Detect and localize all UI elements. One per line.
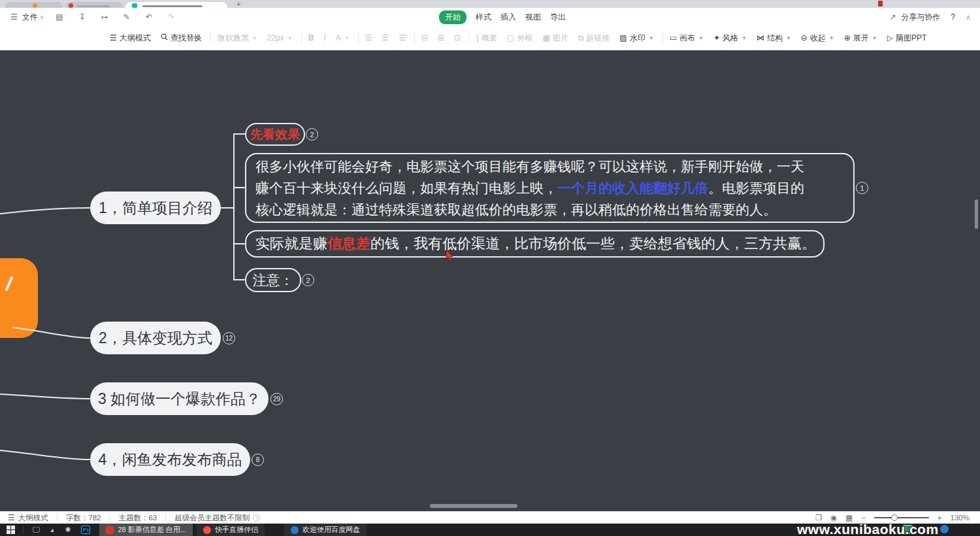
zoom-slider[interactable] (874, 517, 929, 518)
new-tab-button[interactable]: + (237, 0, 240, 8)
paragraph-count-badge[interactable]: 1 (856, 182, 868, 194)
chevron-down-icon: ▼ (698, 35, 704, 41)
frame-button[interactable]: ▢ 外框 (507, 33, 532, 44)
italic-button[interactable]: I (323, 33, 325, 42)
font-family-select[interactable]: 微软雅黑 ▼ (218, 33, 257, 44)
outline-mode-button[interactable]: ☰ 大纲模式 (110, 33, 151, 44)
vip-note: 超级会员主题数不限制 (174, 513, 250, 523)
export-file-icon[interactable]: ↦ (101, 12, 108, 22)
task3-label: 欢迎使用百度网盘 (302, 525, 360, 535)
branch2-count-badge[interactable]: 12 (223, 332, 235, 344)
find-replace-label: 查找替换 (171, 33, 202, 44)
browser-tab-2[interactable] (65, 2, 123, 8)
mindmap-canvas[interactable]: 1，简单项目介绍 2，具体变现方式 12 3 如何做一个爆款作品？ 29 4，闲… (0, 50, 980, 511)
format-painter-icon[interactable]: ✎ (123, 12, 130, 22)
branch-node-4[interactable]: 4，闲鱼发布发布商品 (90, 443, 250, 476)
minus-circle-icon: ⊖ (801, 33, 808, 42)
branch3-label: 3 如何做一个爆款作品？ (98, 389, 261, 409)
chevron-down-icon: ∨ (40, 14, 44, 20)
child-node-paragraph[interactable]: 很多小伙伴可能会好奇，电影票这个项目能有多赚钱呢？可以这样说，新手刚开始做，一天… (245, 153, 855, 223)
gear-icon[interactable]: ✺ (65, 526, 71, 534)
task-button-baidupan[interactable]: 欢迎使用百度网盘 (284, 524, 367, 536)
mindmap-ppt-button[interactable]: ▷ 脑图PPT (887, 33, 927, 44)
task1-label: 28 影票信息差 自用... (118, 525, 186, 535)
zoom-slider-knob[interactable] (891, 514, 898, 521)
share-label: 分享与协作 (901, 12, 940, 22)
child-node-info-gap[interactable]: 实际就是赚信息差的钱，我有低价渠道，比市场价低一些，卖给想省钱的人，三方共赢。 (245, 230, 825, 258)
tab-start[interactable]: 开始 (439, 10, 466, 24)
task-button-mindmap[interactable]: 28 影票信息差 自用... (99, 524, 193, 536)
watermark-button[interactable]: ▨ 水印 ▼ (619, 33, 653, 44)
note-count-badge[interactable]: 2 (302, 274, 314, 286)
branch-node-1[interactable]: 1，简单项目介绍 (90, 192, 221, 224)
structure-button[interactable]: ⋈ 结构 ▼ (757, 33, 791, 44)
monitor-icon[interactable]: 🖵 (33, 526, 40, 534)
minimap-icon[interactable]: ▦ (845, 513, 853, 522)
align-left-button[interactable]: ☰ (365, 33, 372, 42)
branch1-label: 1，简单项目介绍 (99, 198, 212, 218)
tab-export[interactable]: 导出 (550, 12, 566, 23)
outline-label: 大纲模式 (120, 33, 151, 44)
branch3-count-badge[interactable]: 29 (270, 393, 283, 405)
child-node-note[interactable]: 注意： (245, 268, 301, 292)
fit-screen-icon[interactable]: ❐ (815, 513, 822, 522)
font-size-select[interactable]: 22px ▼ (267, 33, 293, 42)
browser-tab-1[interactable] (5, 2, 63, 8)
outline-mode-toggle[interactable]: ☰ 大纲模式 (8, 513, 48, 523)
find-replace-button[interactable]: 查找替换 (161, 33, 202, 44)
insert-sibling-button[interactable]: ⊟ (421, 33, 428, 42)
zoom-in-button[interactable]: + (938, 514, 942, 522)
task-button-kuaishou[interactable]: 快手直播伴侣 (197, 524, 265, 536)
windows-start-button[interactable] (7, 526, 15, 534)
tab-style[interactable]: 样式 (476, 12, 491, 23)
style-button[interactable]: ✦ 风格 ▼ (713, 33, 747, 44)
insert-child-button[interactable]: ⊞ (438, 33, 444, 42)
branch-node-2[interactable]: 2，具体变现方式 (90, 322, 221, 354)
branch4-count-badge[interactable]: 8 (252, 454, 264, 466)
redo-icon[interactable]: ↷ (168, 12, 174, 22)
tab1-favicon (33, 3, 37, 8)
tab-view[interactable]: 视图 (525, 12, 541, 23)
file-menu[interactable]: ☰ 文件 ∨ (8, 12, 44, 23)
tab-insert[interactable]: 插入 (500, 12, 516, 23)
undo-icon[interactable]: ↶ (146, 12, 152, 22)
effect-count-badge[interactable]: 2 (306, 128, 318, 141)
align-right-button[interactable]: ☰ (399, 33, 406, 42)
divider (414, 33, 415, 43)
download-icon[interactable]: ↧ (79, 12, 86, 22)
collapse-button[interactable]: ⊖ 收起 ▼ (801, 33, 834, 44)
font-size-value: 22px (267, 33, 284, 42)
paragraph-highlight-blue: 一个月的收入能翻好几倍 (557, 180, 708, 195)
info-text-a: 实际就是赚 (255, 234, 327, 254)
save-icon[interactable]: ▤ (56, 12, 63, 22)
help-button[interactable]: ? (951, 12, 955, 22)
share-button[interactable]: ↗ 分享与协作 (887, 12, 940, 23)
browser-tab-active[interactable] (125, 2, 227, 8)
shield-app-icon[interactable]: ◕ (50, 526, 55, 534)
file-menu-label: 文件 (22, 12, 38, 23)
collapse-label: 收起 (810, 33, 826, 44)
word-count: 字数：782 (66, 513, 101, 523)
bold-button[interactable]: B (308, 33, 314, 42)
zoom-out-button[interactable]: − (861, 514, 866, 522)
insert-parent-button[interactable]: ⊡ (454, 33, 461, 42)
collapse-ribbon-icon[interactable]: ∧ (966, 13, 971, 22)
align-center-button[interactable]: ☰ (382, 33, 389, 42)
branch-node-3[interactable]: 3 如何做一个爆款作品？ (90, 382, 269, 415)
summary-button[interactable]: } 概要 (476, 33, 497, 44)
canvas-button[interactable]: ▭ 画布 ▼ (670, 33, 704, 44)
child-node-effect[interactable]: 先看效果 (245, 123, 305, 146)
photoshop-icon[interactable]: Ps (81, 526, 90, 534)
center-target-icon[interactable]: ◉ (830, 513, 837, 522)
vertical-scrollbar[interactable] (975, 199, 978, 229)
horizontal-scrollbar[interactable] (430, 504, 517, 508)
info-circle-icon[interactable]: ? (253, 514, 260, 522)
chevron-down-icon: ▼ (252, 35, 257, 41)
hyperlink-button[interactable]: ⧉ 超链接 (578, 33, 610, 44)
font-color-button[interactable]: A ▼ (336, 33, 350, 42)
expand-button[interactable]: ⊕ 展开 ▼ (844, 33, 877, 44)
divider (57, 514, 57, 522)
image-button[interactable]: ▦ 图片 (542, 33, 568, 44)
menubar-right: ↗ 分享与协作 ? ∧ (887, 8, 971, 26)
extension-badge (878, 1, 883, 7)
